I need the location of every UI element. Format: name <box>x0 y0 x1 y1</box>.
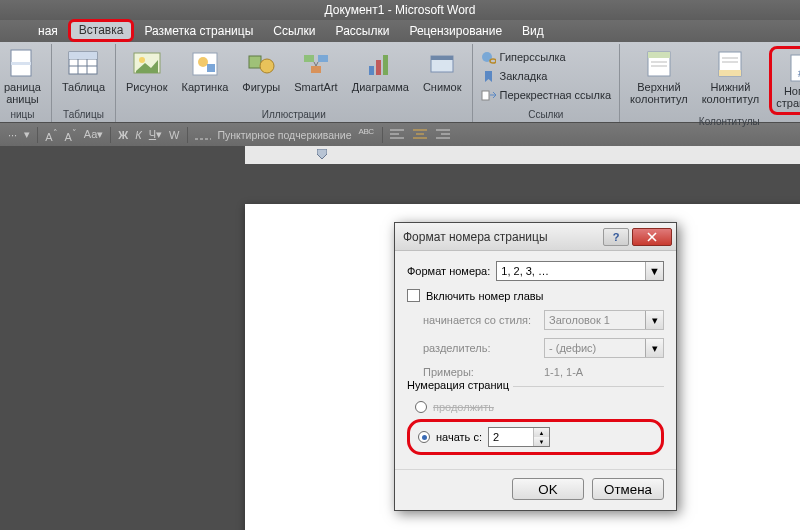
page-break-button[interactable]: раницааницы <box>0 46 45 107</box>
font-a-upper[interactable]: A˄ <box>45 127 57 143</box>
svg-rect-19 <box>376 60 381 75</box>
screenshot-button[interactable]: Снимок <box>419 46 466 96</box>
tab-retsenz[interactable]: Рецензирование <box>399 21 512 42</box>
strike-button[interactable]: W <box>169 129 179 141</box>
ok-button[interactable]: OK <box>512 478 584 500</box>
table-icon <box>67 48 99 80</box>
picture-icon <box>131 48 163 80</box>
group-headerfooter: Верхнийколонтитул Нижнийколонтитул # Ном… <box>620 44 800 122</box>
group-headerfooter-label: Колонтитулы <box>626 115 800 129</box>
header-button[interactable]: Верхнийколонтитул <box>626 46 692 107</box>
include-chapter-checkbox[interactable] <box>407 289 420 302</box>
page-number-format-dialog: Формат номера страницы ? Формат номера: … <box>394 222 677 511</box>
chevron-down-icon: ▾ <box>645 311 663 329</box>
tab-razmetka[interactable]: Разметка страницы <box>134 21 263 42</box>
tab-rassylki[interactable]: Рассылки <box>326 21 400 42</box>
examples-label: Примеры: <box>423 366 538 378</box>
dashed-underline-icon <box>195 127 211 143</box>
group-tables: Таблица Таблицы <box>52 44 116 122</box>
align-right-icon[interactable] <box>436 127 452 143</box>
svg-rect-22 <box>431 56 453 60</box>
svg-rect-15 <box>304 55 314 62</box>
include-chapter-label: Включить номер главы <box>426 290 544 302</box>
tab-partial-glavnaya[interactable]: ная <box>28 21 68 42</box>
shapes-button[interactable]: Фигуры <box>238 46 284 96</box>
svg-marker-48 <box>317 149 327 159</box>
crossref-button[interactable]: Перекрестная ссылка <box>479 86 614 104</box>
clipart-icon <box>189 48 221 80</box>
svg-point-24 <box>490 59 496 63</box>
svg-rect-27 <box>648 52 670 58</box>
separator-combo: - (дефис) ▾ <box>544 338 664 358</box>
align-center-icon[interactable] <box>413 127 429 143</box>
tab-vstavka[interactable]: Вставка <box>68 19 135 42</box>
font-a-lower[interactable]: A˅ <box>65 127 77 143</box>
chart-button[interactable]: Диаграмма <box>348 46 413 96</box>
svg-rect-16 <box>318 55 328 62</box>
align-left-icon[interactable] <box>390 127 406 143</box>
dialog-help-button[interactable]: ? <box>603 228 629 246</box>
table-button[interactable]: Таблица <box>58 46 109 96</box>
cancel-button[interactable]: Отмена <box>592 478 664 500</box>
smartart-icon <box>300 48 332 80</box>
svg-rect-25 <box>482 91 489 100</box>
bookmark-button[interactable]: Закладка <box>479 67 614 85</box>
window-title: Документ1 - Microsoft Word <box>324 3 475 17</box>
tab-vid[interactable]: Вид <box>512 21 554 42</box>
svg-point-9 <box>139 57 145 63</box>
tab-ssylki[interactable]: Ссылки <box>263 21 325 42</box>
svg-rect-20 <box>383 55 388 75</box>
close-icon <box>647 232 657 242</box>
start-at-spinner[interactable]: 2 ▲▼ <box>488 427 550 447</box>
globe-link-icon <box>481 51 496 64</box>
group-links-label: Ссылки <box>479 108 614 122</box>
crossref-icon <box>481 89 496 102</box>
clipart-button[interactable]: Картинка <box>178 46 233 96</box>
start-at-value: 2 <box>493 431 499 443</box>
number-format-combo[interactable]: 1, 2, 3, … ▼ <box>496 261 664 281</box>
horizontal-ruler[interactable] <box>0 146 800 164</box>
start-at-label: начать с: <box>436 431 482 443</box>
hyperlink-button[interactable]: Гиперссылка <box>479 48 614 66</box>
underline-button[interactable]: Ч▾ <box>149 128 162 141</box>
shapes-icon <box>245 48 277 80</box>
group-illustrations: Рисунок Картинка Фигуры SmartArt Диаграм… <box>116 44 473 122</box>
dashed-underline-label[interactable]: Пунктирное подчеркивание <box>218 129 352 141</box>
svg-rect-1 <box>11 62 31 65</box>
font-name-partial: ··· <box>8 129 17 141</box>
spinner-down-icon[interactable]: ▼ <box>534 437 549 446</box>
indent-marker-icon[interactable] <box>317 149 327 161</box>
chevron-down-icon: ▾ <box>645 339 663 357</box>
spinner-up-icon[interactable]: ▲ <box>534 428 549 437</box>
footer-button[interactable]: Нижнийколонтитул <box>698 46 764 107</box>
picture-button[interactable]: Рисунок <box>122 46 172 96</box>
starts-style-label: начинается со стиля: <box>423 314 538 326</box>
continue-label: продолжить <box>433 401 494 413</box>
starts-style-combo: Заголовок 1 ▾ <box>544 310 664 330</box>
dialog-title: Формат номера страницы <box>403 230 603 244</box>
smartart-button[interactable]: SmartArt <box>290 46 341 96</box>
group-tables-label: Таблицы <box>58 108 109 122</box>
start-at-radio[interactable] <box>418 431 430 443</box>
page-number-icon: # <box>785 52 800 84</box>
dialog-close-button[interactable] <box>632 228 672 246</box>
page-number-button[interactable]: # Номерстраницы <box>769 46 800 115</box>
number-format-label: Формат номера: <box>407 265 490 277</box>
group-links: Гиперссылка Закладка Перекрестная ссылка… <box>473 44 621 122</box>
svg-rect-13 <box>249 56 261 68</box>
bold-button[interactable]: Ж <box>118 129 128 141</box>
italic-button[interactable]: К <box>135 129 141 141</box>
numbering-legend: Нумерация страниц <box>407 379 513 391</box>
svg-point-14 <box>260 59 274 73</box>
svg-rect-7 <box>69 52 97 59</box>
dialog-titlebar[interactable]: Формат номера страницы ? <box>395 223 676 251</box>
svg-rect-17 <box>311 66 321 73</box>
svg-rect-31 <box>719 70 741 76</box>
group-illustrations-label: Иллюстрации <box>122 108 466 122</box>
continue-radio[interactable] <box>415 401 427 413</box>
start-at-highlight: начать с: 2 ▲▼ <box>407 419 664 455</box>
ribbon: раницааницы ницы Таблица Таблицы Рисунок <box>0 42 800 122</box>
svg-rect-18 <box>369 66 374 75</box>
abc-icon[interactable]: ABC <box>359 127 375 143</box>
svg-rect-12 <box>207 64 215 72</box>
